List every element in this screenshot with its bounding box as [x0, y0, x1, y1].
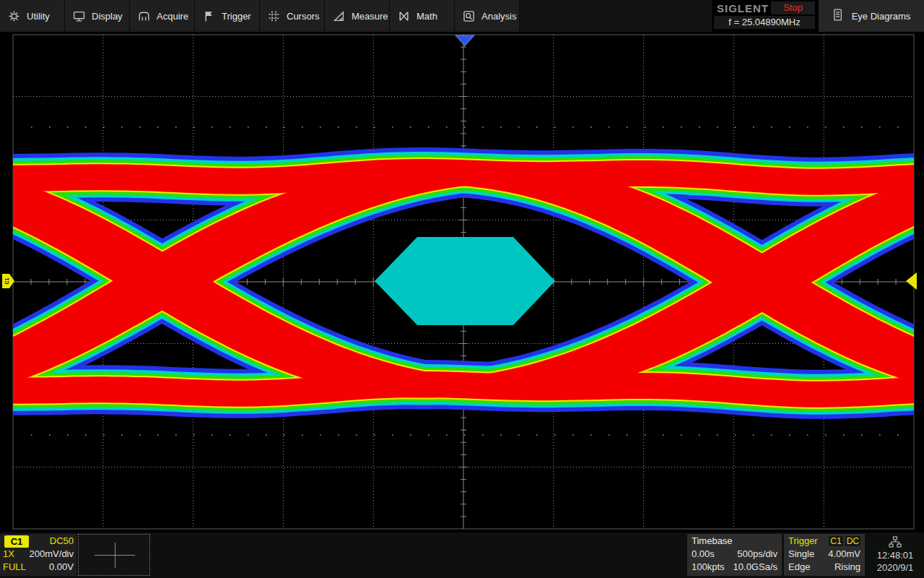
channel-bandwidth: FULL [3, 561, 26, 574]
list-icon [832, 9, 843, 23]
empty-channel-slot[interactable] [78, 534, 150, 576]
sample-rate: 10.0GSa/s [733, 561, 777, 574]
menu-acquire[interactable]: Acquire [130, 0, 195, 32]
channel-1-badge[interactable]: C1 [4, 535, 29, 548]
channel-scale: 200mV/div [30, 548, 74, 561]
menu-utility[interactable]: Utility [0, 0, 65, 32]
menu-label: Analysis [481, 11, 516, 22]
channel-coupling: DC50 [50, 535, 74, 548]
trigger-descriptor[interactable]: Trigger C1DC Single 4.00mV Edge Rising [784, 534, 865, 576]
eye-mask-hexagon [375, 237, 555, 325]
channel-1-descriptor[interactable]: C1 DC50 1X 200mV/div FULL 0.00V [0, 534, 77, 576]
trigger-title: Trigger [788, 535, 818, 548]
timebase-title: Timebase [692, 535, 733, 548]
gear-icon [8, 10, 20, 22]
frequency-counter: f = 25.04890MHz [714, 16, 815, 29]
trigger-level: 4.00mV [828, 548, 860, 561]
acquisition-state-badge[interactable]: Stop [771, 1, 815, 14]
menu-label: Display [92, 11, 123, 22]
channel-probe: 1X [3, 548, 14, 561]
math-icon [398, 10, 410, 22]
trigger-position-marker[interactable] [456, 35, 474, 46]
trigger-slope: Rising [834, 561, 860, 574]
trigger-type: Edge [788, 561, 810, 574]
menu-trigger[interactable]: Trigger [195, 0, 260, 32]
acquire-icon [138, 10, 150, 22]
channel-offset-marker-label: C1 [4, 277, 9, 284]
menu-analysis[interactable]: Analysis [455, 0, 520, 32]
menu-math[interactable]: Math [390, 0, 455, 32]
brand-status-block: SIGLENT Stop f = 25.04890MHz [712, 0, 817, 32]
cursors-icon [268, 10, 280, 22]
menu-cursors[interactable]: Cursors [260, 0, 325, 32]
menu-label: Trigger [222, 11, 251, 22]
menu-label: Utility [27, 11, 50, 22]
eye-diagrams-label: Eye Diagrams [852, 11, 911, 22]
measure-icon [333, 10, 345, 22]
menu-measure[interactable]: Measure [325, 0, 390, 32]
menu-display[interactable]: Display [65, 0, 130, 32]
timebase-scale: 500ps/div [737, 548, 777, 561]
display-icon [73, 10, 85, 22]
waveform-display-area[interactable]: C1 [0, 32, 924, 532]
plus-icon [115, 543, 116, 568]
menu-label: Cursors [287, 11, 320, 22]
status-bar: C1 DC50 1X 200mV/div FULL 0.00V Timebase… [0, 532, 924, 578]
trigger-source-chip: C1 [829, 536, 842, 546]
top-menu-bar: Utility Display Acquire Trigger Cursors [0, 0, 924, 32]
siglent-logo: SIGLENT [714, 2, 769, 14]
flag-icon [203, 10, 215, 22]
timebase-descriptor[interactable]: Timebase 0.00s 500ps/div 100kpts 10.0GSa… [687, 534, 782, 576]
system-date: 2020/9/1 [877, 561, 914, 574]
trigger-coupling-chip: DC [845, 536, 860, 546]
timebase-delay: 0.00s [692, 548, 715, 561]
trigger-level-marker[interactable] [906, 272, 917, 290]
system-time: 12:48:01 [877, 549, 914, 561]
menu-spacer [520, 0, 712, 32]
network-icon[interactable] [889, 535, 902, 549]
memory-depth: 100kpts [692, 561, 725, 574]
eye-diagram-plot: C1 [0, 32, 924, 532]
menu-label: Acquire [157, 11, 188, 22]
clock-block: 12:48:01 2020/9/1 [868, 532, 923, 578]
menu-label: Math [417, 11, 437, 22]
eye-diagrams-menu[interactable]: Eye Diagrams [817, 0, 924, 32]
channel-offset: 0.00V [49, 561, 74, 574]
menu-label: Measure [352, 11, 388, 22]
trigger-mode: Single [788, 548, 814, 561]
analysis-icon [463, 10, 475, 22]
